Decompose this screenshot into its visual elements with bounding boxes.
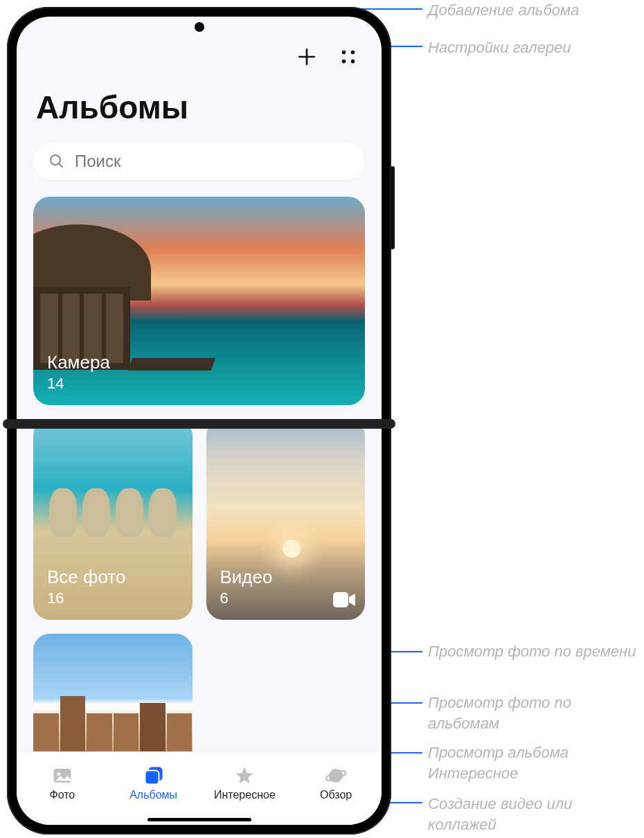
callout-add-album: Добавление альбома [428, 0, 579, 21]
callout-discover: Создание видео или коллажей [428, 794, 644, 835]
page-title: Альбомы [36, 89, 362, 126]
video-icon [333, 592, 355, 607]
svg-rect-5 [333, 592, 348, 607]
settings-button[interactable] [334, 43, 362, 71]
search-icon [48, 153, 65, 170]
svg-point-3 [351, 60, 355, 64]
albums-icon [143, 765, 164, 786]
bottom-nav: Фото Альбомы Интересное [17, 751, 382, 814]
nav-highlights[interactable]: Интересное [199, 765, 291, 801]
album-label: Камера 14 [47, 352, 110, 393]
svg-point-0 [342, 51, 346, 55]
plus-icon [296, 46, 318, 68]
gesture-bar [17, 814, 382, 825]
album-label: Все фото 16 [47, 567, 125, 607]
four-dots-icon [339, 48, 357, 66]
star-icon [234, 765, 255, 786]
svg-rect-9 [145, 770, 159, 784]
svg-point-7 [57, 772, 60, 776]
nav-label: Альбомы [129, 789, 177, 801]
album-all-photos[interactable]: Все фото 16 [33, 419, 193, 620]
side-button [391, 166, 395, 249]
album-count: 16 [47, 589, 125, 607]
front-camera [195, 22, 204, 32]
callout-by-time: Просмотр фото по времени [428, 641, 636, 662]
album-name: Все фото [47, 567, 125, 588]
fold-hinge [3, 419, 395, 429]
nav-label: Фото [49, 789, 75, 801]
nav-label: Обзор [320, 789, 352, 801]
add-album-button[interactable] [293, 43, 321, 71]
album-label: Видео 6 [220, 567, 273, 607]
nav-photos[interactable]: Фото [17, 765, 108, 801]
nav-albums[interactable]: Альбомы [108, 765, 199, 801]
planet-icon [325, 765, 346, 786]
svg-point-1 [351, 51, 355, 55]
album-count: 6 [220, 589, 273, 607]
album-count: 14 [47, 375, 110, 393]
callout-settings: Настройки галереи [428, 37, 571, 58]
album-name: Камера [47, 352, 110, 373]
album-partial[interactable] [33, 634, 193, 751]
phone-frame: Альбомы Камера 14 [7, 7, 391, 835]
callout-by-albums: Просмотр фото по альбомам [428, 693, 644, 733]
album-video[interactable]: Видео 6 [206, 419, 366, 620]
photos-icon [52, 765, 73, 786]
nav-discover[interactable]: Обзор [290, 765, 382, 801]
search-input[interactable] [75, 152, 350, 171]
nav-label: Интересное [214, 789, 276, 801]
album-name: Видео [220, 567, 273, 588]
svg-point-2 [342, 60, 346, 64]
search-bar[interactable] [33, 143, 365, 180]
callout-highlights: Просмотр альбома Интересное [428, 742, 644, 783]
album-camera[interactable]: Камера 14 [33, 197, 365, 405]
